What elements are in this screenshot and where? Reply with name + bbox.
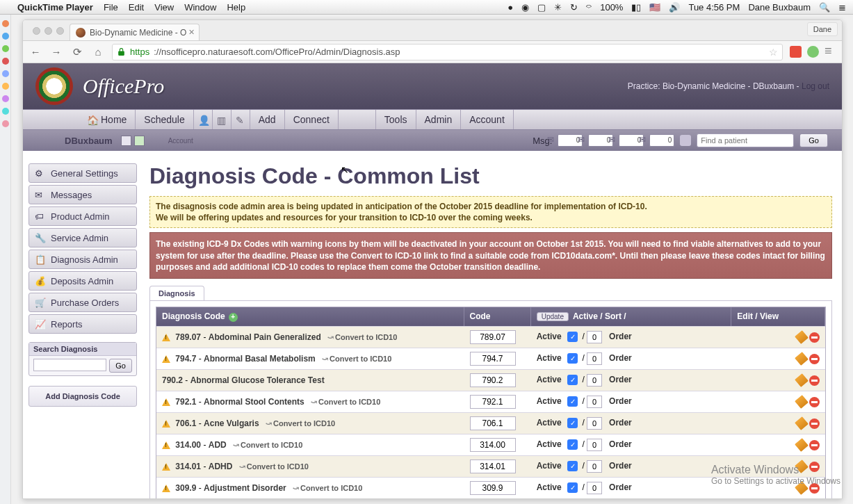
order-link[interactable]: Order	[609, 353, 632, 363]
home-button[interactable]: ⌂	[91, 46, 105, 58]
menu-help[interactable]: Help	[227, 2, 245, 13]
convert-to-icd10-link[interactable]: ⤻Convert to ICD10	[322, 355, 391, 363]
delete-icon[interactable]	[809, 462, 820, 472]
nav-icon-item[interactable]: ✎	[231, 110, 250, 129]
edit-icon[interactable]	[795, 481, 809, 495]
nav-connect[interactable]: Connect	[285, 110, 339, 129]
battery-percent[interactable]: 100%	[600, 2, 623, 13]
convert-to-icd10-link[interactable]: ⤻Convert to ICD10	[233, 441, 302, 449]
code-input[interactable]	[470, 352, 516, 366]
sidebar-item-diagnosis-admin[interactable]: 📋Diagnosis Admin	[29, 250, 137, 269]
record-icon[interactable]: ◉	[521, 2, 529, 13]
search-diagnosis-input[interactable]	[33, 359, 106, 371]
sort-input[interactable]	[587, 460, 602, 473]
menu-file[interactable]: File	[104, 2, 118, 13]
update-button[interactable]: Update	[537, 312, 569, 321]
forward-button[interactable]: →	[49, 46, 63, 58]
extension-icon[interactable]	[790, 46, 802, 58]
traffic-min-icon[interactable]	[44, 27, 52, 35]
subbar-account-link[interactable]: Account	[168, 137, 193, 145]
edit-icon[interactable]	[795, 352, 809, 366]
order-link[interactable]: Order	[609, 482, 632, 492]
traffic-close-icon[interactable]	[33, 27, 40, 35]
code-input[interactable]	[470, 438, 516, 452]
convert-to-icd10-link[interactable]: ⤻Convert to ICD10	[239, 462, 309, 471]
back-button[interactable]: ←	[29, 46, 42, 58]
battery-icon[interactable]: ▮▯	[631, 2, 641, 13]
edit-icon[interactable]	[795, 416, 809, 430]
sidebar-item-deposits-admin[interactable]: 💰Deposits Admin	[29, 271, 137, 291]
sort-input[interactable]	[587, 374, 602, 387]
order-link[interactable]: Order	[609, 439, 632, 449]
delete-icon[interactable]	[809, 332, 820, 343]
code-input[interactable]	[470, 460, 516, 473]
active-checkbox[interactable]: ✓	[567, 418, 578, 428]
order-link[interactable]: Order	[609, 375, 632, 384]
chrome-menu-icon[interactable]: ≡	[824, 46, 836, 58]
code-input[interactable]	[470, 416, 516, 430]
menu-app-name[interactable]: QuickTime Player	[17, 2, 93, 13]
nav-tools[interactable]: Tools	[376, 110, 416, 129]
nav-admin[interactable]: Admin	[416, 110, 462, 129]
tab-close-icon[interactable]: ✕	[188, 28, 195, 37]
sort-input[interactable]	[587, 417, 602, 430]
bookmark-star-icon[interactable]: ☆	[769, 47, 778, 58]
sort-input[interactable]	[587, 482, 602, 494]
menu-view[interactable]: View	[154, 2, 174, 13]
code-input[interactable]	[470, 373, 516, 387]
find-go-button[interactable]: Go	[799, 133, 828, 147]
delete-icon[interactable]	[809, 354, 820, 364]
menu-edit[interactable]: Edit	[129, 2, 144, 13]
sort-input[interactable]	[587, 352, 602, 365]
nav-icon-item[interactable]: ▥	[213, 110, 231, 129]
timemachine-icon[interactable]: ↻	[570, 2, 578, 13]
flag-icon[interactable]: 🇺🇸	[649, 2, 660, 13]
active-checkbox[interactable]: ✓	[567, 332, 578, 342]
sidebar-item-purchase-orders[interactable]: 🛒Purchase Orders	[29, 293, 137, 312]
order-link[interactable]: Order	[609, 461, 632, 471]
nav-icon-item[interactable]: 👤	[194, 110, 213, 129]
col-edit-view[interactable]: Edit / View	[731, 307, 825, 326]
nav-home[interactable]: 🏠Home	[79, 110, 136, 129]
active-checkbox[interactable]: ✓	[567, 375, 578, 385]
sidebar-item-general-settings[interactable]: ⚙General Settings	[29, 163, 137, 183]
convert-to-icd10-link[interactable]: ⤻Convert to ICD10	[327, 333, 397, 341]
col-code[interactable]: Code	[464, 307, 531, 326]
add-diagnosis-code-button[interactable]: Add Diagnosis Code	[29, 386, 137, 407]
panel-tab-diagnosis[interactable]: Diagnosis	[149, 286, 204, 300]
sidebar-item-reports[interactable]: 📈Reports	[29, 314, 137, 334]
find-patient-input[interactable]	[697, 133, 794, 147]
edit-icon[interactable]	[795, 438, 809, 452]
code-input[interactable]	[470, 395, 516, 409]
delete-icon[interactable]	[809, 483, 820, 494]
code-input[interactable]	[470, 481, 516, 495]
convert-to-icd10-link[interactable]: ⤻Convert to ICD10	[293, 484, 362, 492]
traffic-max-icon[interactable]	[56, 27, 64, 35]
menubar-clock[interactable]: Tue 4:56 PM	[688, 2, 740, 13]
convert-to-icd10-link[interactable]: ⤻Convert to ICD10	[311, 398, 380, 406]
nav-schedule[interactable]: Schedule	[136, 110, 193, 129]
sort-input[interactable]	[587, 396, 602, 408]
order-link[interactable]: Order	[609, 396, 632, 406]
edit-icon[interactable]	[795, 460, 809, 473]
edit-icon[interactable]	[795, 395, 809, 409]
active-checkbox[interactable]: ✓	[567, 461, 578, 471]
active-checkbox[interactable]: ✓	[567, 439, 578, 450]
subbar-icon-button[interactable]	[134, 136, 145, 146]
chrome-user-pill[interactable]: Dane	[807, 22, 838, 36]
sort-input[interactable]	[587, 331, 602, 343]
sidebar-item-service-admin[interactable]: 🔧Service Admin	[29, 228, 137, 247]
menu-window[interactable]: Window	[184, 2, 216, 13]
airplay-icon[interactable]: ▢	[537, 2, 546, 13]
nav-account[interactable]: Account	[461, 110, 514, 129]
delete-icon[interactable]	[809, 440, 820, 450]
order-link[interactable]: Order	[609, 418, 632, 428]
edit-icon[interactable]	[795, 330, 809, 344]
menubar-user[interactable]: Dane Buxbaum	[748, 2, 811, 13]
delete-icon[interactable]	[809, 397, 820, 407]
app-logo-icon[interactable]	[35, 67, 73, 105]
sidebar-item-messages[interactable]: ✉Messages	[29, 185, 137, 204]
active-checkbox[interactable]: ✓	[567, 482, 578, 493]
wifi-icon[interactable]: ⌔	[586, 2, 592, 13]
search-icon[interactable]: 🔍	[819, 2, 830, 13]
